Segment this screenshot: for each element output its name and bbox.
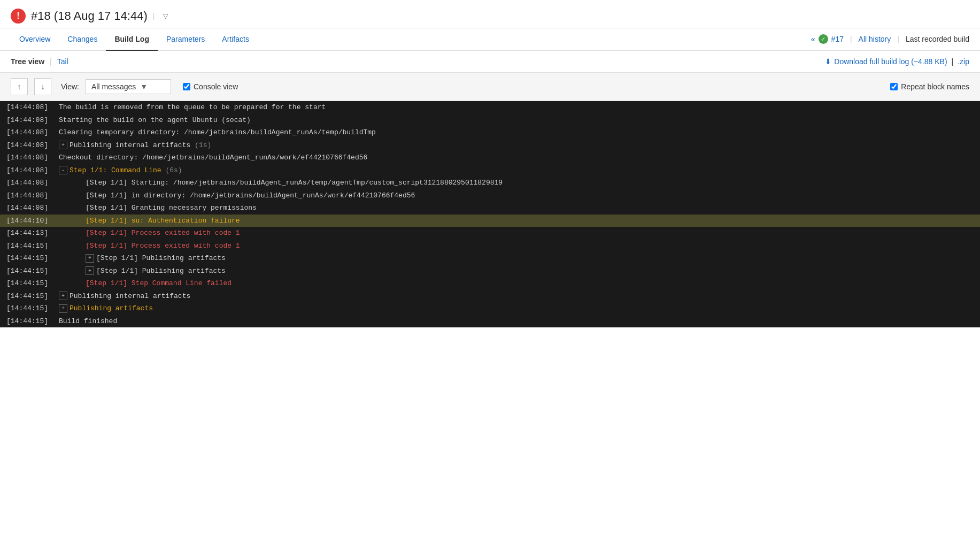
nav-right: « ✓ #17 | All history | Last recorded bu… xyxy=(811,34,969,44)
scroll-up-button[interactable]: ↑ xyxy=(11,78,28,95)
toolbar-right: ⬇ Download full build log (~4.88 KB) | .… xyxy=(825,57,969,66)
log-content: [Step 1/1] Starting: /home/jetbrains/bui… xyxy=(59,178,980,188)
build-log: [14:44:08]The build is removed from the … xyxy=(0,101,980,327)
tab-buildlog[interactable]: Build Log xyxy=(106,28,158,51)
chevron-down-icon[interactable]: ▽ xyxy=(163,12,168,20)
controls-right: Repeat block names xyxy=(885,82,969,91)
log-timestamp: [14:44:15] xyxy=(0,241,59,251)
log-line: [14:44:13][Step 1/1] Process exited with… xyxy=(0,227,980,240)
nav-tabs: Overview Changes Build Log Parameters Ar… xyxy=(0,28,980,51)
tree-view-label: Tree view xyxy=(11,57,44,66)
log-line: [14:44:15]+[Step 1/1] Publishing artifac… xyxy=(0,265,980,278)
log-timestamp: [14:44:08] xyxy=(0,127,59,138)
log-line: [14:44:15]Build finished xyxy=(0,315,980,328)
expand-icon[interactable]: + xyxy=(86,266,94,275)
download-log-link[interactable]: ⬇ Download full build log (~4.88 KB) xyxy=(825,57,947,66)
log-timestamp: [14:44:08] xyxy=(0,102,59,113)
prev-build-arrows-icon: « xyxy=(811,35,815,43)
log-line: [14:44:08][Step 1/1] in directory: /home… xyxy=(0,189,980,202)
toolbar: Tree view | Tail ⬇ Download full build l… xyxy=(0,51,980,73)
log-content: Checkout directory: /home/jetbrains/buil… xyxy=(59,152,980,163)
log-timestamp: [14:44:15] xyxy=(0,316,59,327)
log-content: [Step 1/1] Process exited with code 1 xyxy=(59,228,980,239)
log-content: [Step 1/1] Process exited with code 1 xyxy=(59,241,980,251)
log-content: +Publishing internal artifacts (1s) xyxy=(59,140,980,151)
arrow-up-icon: ↑ xyxy=(18,82,21,91)
header-separator: | xyxy=(153,12,155,20)
controls-bar: ↑ ↓ View: All messages ▼ Console view Re… xyxy=(0,73,980,101)
log-timestamp: [14:44:13] xyxy=(0,228,59,239)
expand-icon[interactable]: + xyxy=(86,254,94,263)
zip-link[interactable]: .zip xyxy=(958,57,969,66)
log-timestamp: [14:44:08] xyxy=(0,115,59,126)
tab-artifacts[interactable]: Artifacts xyxy=(213,28,258,51)
repeat-block-label: Repeat block names xyxy=(901,82,969,91)
log-line: [14:44:15]+Publishing internal artifacts xyxy=(0,290,980,303)
prev-build-nav: « ✓ #17 xyxy=(811,34,844,44)
log-content: +[Step 1/1] Publishing artifacts xyxy=(59,253,980,264)
log-timestamp: [14:44:08] xyxy=(0,190,59,201)
expand-icon[interactable]: + xyxy=(59,141,67,149)
tail-link[interactable]: Tail xyxy=(57,57,68,66)
view-label: View: xyxy=(61,82,79,91)
arrow-down-icon: ↓ xyxy=(41,82,45,91)
error-icon: ! xyxy=(11,9,26,24)
log-line: [14:44:15][Step 1/1] Process exited with… xyxy=(0,240,980,252)
green-check-icon: ✓ xyxy=(819,34,828,44)
expand-icon[interactable]: - xyxy=(59,166,67,174)
log-content: +[Step 1/1] Publishing artifacts xyxy=(59,266,980,277)
log-content: [Step 1/1] Step Command Line failed xyxy=(59,278,980,289)
log-line: [14:44:08]Checkout directory: /home/jetb… xyxy=(0,151,980,164)
log-content: Starting the build on the agent Ubuntu (… xyxy=(59,115,980,126)
view-select[interactable]: All messages ▼ xyxy=(86,79,171,94)
repeat-block-checkbox[interactable] xyxy=(890,83,898,90)
toolbar-sep: | xyxy=(50,57,52,66)
log-timestamp: [14:44:15] xyxy=(0,266,59,277)
select-arrow-icon: ▼ xyxy=(140,82,148,91)
log-line: [14:44:08]The build is removed from the … xyxy=(0,101,980,114)
log-content: [Step 1/1] Granting necessary permission… xyxy=(59,203,980,213)
tab-parameters[interactable]: Parameters xyxy=(158,28,213,51)
log-timestamp: [14:44:15] xyxy=(0,303,59,314)
scroll-down-button[interactable]: ↓ xyxy=(34,78,51,95)
log-content: [Step 1/1] su: Authentication failure xyxy=(59,216,980,226)
console-view-group: Console view xyxy=(183,82,238,91)
log-line: [14:44:15][Step 1/1] Step Command Line f… xyxy=(0,277,980,290)
log-timestamp: [14:44:08] xyxy=(0,203,59,213)
log-timestamp: [14:44:15] xyxy=(0,253,59,264)
expand-icon[interactable]: + xyxy=(59,292,67,300)
log-content: +Publishing artifacts xyxy=(59,303,980,314)
nav-sep-2: | xyxy=(897,35,899,43)
log-line: [14:44:08][Step 1/1] Granting necessary … xyxy=(0,202,980,215)
console-view-label: Console view xyxy=(194,82,238,91)
log-line: [14:44:08]Clearing temporary directory: … xyxy=(0,126,980,139)
log-line: [14:44:15]+Publishing artifacts xyxy=(0,302,980,315)
repeat-block-group: Repeat block names xyxy=(890,82,969,91)
log-timestamp: [14:44:10] xyxy=(0,216,59,226)
log-timestamp: [14:44:08] xyxy=(0,152,59,163)
log-line: [14:44:10][Step 1/1] su: Authentication … xyxy=(0,215,980,227)
console-view-checkbox[interactable] xyxy=(183,83,190,90)
download-icon: ⬇ xyxy=(825,57,831,66)
prev-build-link[interactable]: #17 xyxy=(831,35,844,43)
page-header: ! #18 (18 Aug 17 14:44) | ▽ xyxy=(0,0,980,28)
all-history-link[interactable]: All history xyxy=(859,35,891,43)
log-timestamp: [14:44:15] xyxy=(0,278,59,289)
log-content: +Publishing internal artifacts xyxy=(59,291,980,302)
log-content: [Step 1/1] in directory: /home/jetbrains… xyxy=(59,190,980,201)
build-title: #18 (18 Aug 17 14:44) xyxy=(31,9,148,23)
expand-icon[interactable]: + xyxy=(59,304,67,313)
log-line: [14:44:08]Starting the build on the agen… xyxy=(0,114,980,127)
log-line: [14:44:08]+Publishing internal artifacts… xyxy=(0,139,980,152)
log-line: [14:44:08]-Step 1/1: Command Line (6s) xyxy=(0,164,980,177)
view-select-value: All messages xyxy=(91,82,136,91)
nav-sep-1: | xyxy=(850,35,852,43)
log-content: -Step 1/1: Command Line (6s) xyxy=(59,165,980,176)
log-content: Clearing temporary directory: /home/jetb… xyxy=(59,127,980,138)
log-content: The build is removed from the queue to b… xyxy=(59,102,980,113)
tab-changes[interactable]: Changes xyxy=(59,28,106,51)
last-recorded-text: Last recorded build xyxy=(906,35,969,43)
log-content: Build finished xyxy=(59,316,980,327)
tab-overview[interactable]: Overview xyxy=(11,28,59,51)
log-line: [14:44:08][Step 1/1] Starting: /home/jet… xyxy=(0,177,980,189)
